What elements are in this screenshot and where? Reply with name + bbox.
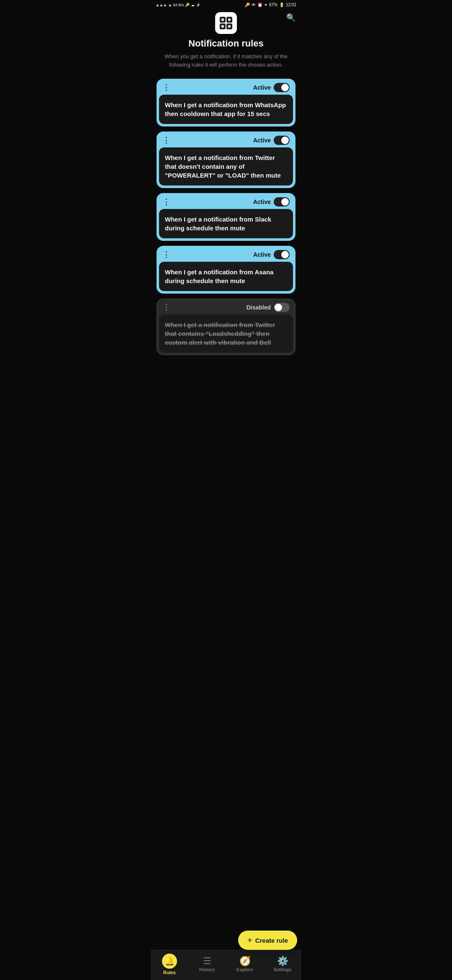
rule-card-header-4: ⋮ Active [157, 247, 295, 262]
rule-card-header-2: ⋮ Active [157, 132, 295, 147]
rule-card-header-1: ⋮ Active [157, 80, 295, 95]
eye-icon: 👁 [252, 3, 256, 7]
time: 12:01 [286, 3, 296, 7]
rule-body-2: When I get a notification from Twitter t… [159, 147, 293, 186]
toggle-knob-5 [275, 304, 282, 311]
more-menu-2[interactable]: ⋮ [162, 137, 170, 144]
page-title: Notification rules [188, 38, 264, 49]
rule-card-1: ⋮ Active When I get a notification from … [157, 79, 295, 126]
more-menu-3[interactable]: ⋮ [162, 198, 170, 206]
toggle-3[interactable] [274, 197, 290, 206]
status-bar: ▲▲▲ ▲ 83 B/s 🔑 ☁ ⚡ 🔑 👁 ⏰ ✦ 67% 🔋 12:01 [151, 0, 301, 9]
more-menu-5[interactable]: ⋮ [162, 304, 170, 311]
bluetooth-icon: ✦ [264, 3, 267, 7]
toggle-knob-4 [281, 251, 289, 258]
search-icon[interactable]: 🔍 [286, 13, 295, 22]
toggle-2[interactable] [274, 136, 290, 145]
rule-text-5: When I get a notification from Twitter t… [165, 320, 287, 347]
toggle-1[interactable] [274, 83, 290, 92]
rule-card-header-5: ⋮ Disabled [157, 299, 295, 315]
rule-card-5: ⋮ Disabled When I get a notification fro… [157, 299, 295, 355]
rule-card-4: ⋮ Active When I get a notification from … [157, 246, 295, 294]
bolt-icon: ⚡ [196, 3, 200, 7]
status-row-4: Active [253, 250, 290, 259]
app-icon [215, 12, 237, 34]
rule-card-2: ⋮ Active When I get a notification from … [157, 132, 295, 188]
rule-body-3: When I get a notification from Slack dur… [159, 209, 293, 238]
wifi-icon: ▲ [168, 3, 172, 7]
svg-point-7 [228, 25, 231, 28]
data-speed: 83 B/s [173, 3, 184, 7]
cloud-icon: ☁ [191, 3, 195, 7]
status-right: 🔑 👁 ⏰ ✦ 67% 🔋 12:01 [245, 3, 296, 7]
status-label-3: Active [253, 199, 271, 205]
more-menu-4[interactable]: ⋮ [162, 251, 170, 258]
page-subtitle: When you get a notification, if it match… [157, 52, 295, 69]
rules-list: ⋮ Active When I get a notification from … [151, 75, 301, 358]
toggle-4[interactable] [274, 250, 290, 259]
toggle-knob-1 [281, 84, 289, 91]
status-label-5: Disabled [247, 304, 271, 311]
toggle-knob-3 [281, 198, 289, 206]
rule-text-2: When I get a notification from Twitter t… [165, 153, 287, 180]
rule-body-4: When I get a notification from Asana dur… [159, 262, 293, 291]
status-label-2: Active [253, 137, 271, 144]
signal-icon: ▲▲▲ [156, 3, 167, 7]
rule-body-5: When I get a notification from Twitter t… [159, 315, 293, 353]
status-label-1: Active [253, 84, 271, 91]
svg-point-4 [221, 18, 224, 21]
rule-text-4: When I get a notification from Asana dur… [165, 268, 287, 285]
battery-level: 67% [269, 3, 277, 7]
status-row-3: Active [253, 197, 290, 206]
rule-text-1: When I get a notification from WhatsApp … [165, 101, 287, 118]
vpn-icon: 🔑 [185, 3, 190, 7]
status-row-2: Active [253, 136, 290, 145]
status-left: ▲▲▲ ▲ 83 B/s 🔑 ☁ ⚡ [156, 3, 200, 7]
rule-card-3: ⋮ Active When I get a notification from … [157, 193, 295, 241]
svg-point-6 [221, 25, 224, 28]
toggle-5[interactable] [274, 303, 290, 312]
alarm-icon: ⏰ [257, 3, 262, 7]
status-label-4: Active [253, 251, 271, 258]
page-header: 🔍 Notification rules When you get a noti… [151, 9, 301, 75]
status-row-1: Active [253, 83, 290, 92]
status-row-5: Disabled [247, 303, 290, 312]
key-icon: 🔑 [245, 3, 250, 7]
toggle-knob-2 [281, 137, 289, 144]
rule-body-1: When I get a notification from WhatsApp … [159, 95, 293, 124]
battery-icon: 🔋 [279, 3, 284, 7]
rule-card-header-3: ⋮ Active [157, 194, 295, 209]
rule-text-3: When I get a notification from Slack dur… [165, 215, 287, 232]
svg-point-5 [228, 18, 231, 21]
more-menu-1[interactable]: ⋮ [162, 84, 170, 91]
